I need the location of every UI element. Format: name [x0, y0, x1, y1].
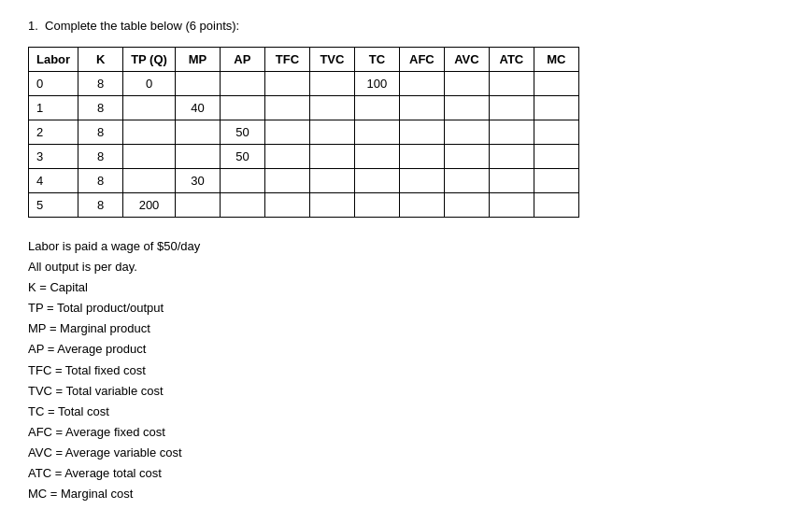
- legend-item: K = Capital: [28, 277, 784, 298]
- column-header-avc: AVC: [444, 48, 489, 72]
- legend-item: ATC = Average total cost: [28, 463, 784, 484]
- table-cell: 0: [29, 72, 78, 96]
- column-header-afc: AFC: [399, 48, 444, 72]
- legend-item: MC = Marginal cost: [28, 484, 784, 504]
- table-row: 080100: [29, 72, 579, 96]
- table-cell: [309, 145, 354, 169]
- table-cell: [309, 193, 354, 218]
- column-header-ap: AP: [220, 48, 264, 72]
- column-header-mc: MC: [534, 48, 578, 72]
- legend-item: AP = Average product: [28, 339, 784, 360]
- table-cell: [354, 193, 399, 218]
- table-row: 4830: [29, 169, 579, 193]
- table-cell: [534, 169, 578, 193]
- table-cell: [534, 96, 578, 120]
- table-cell: [220, 72, 264, 96]
- table-cell: [309, 96, 354, 120]
- table-cell: [264, 72, 309, 96]
- legend-item: Labor is paid a wage of $50/day: [28, 236, 784, 257]
- table-cell: [309, 120, 354, 145]
- table-cell: [123, 120, 176, 145]
- economics-table: LaborKTP (Q)MPAPTFCTVCTCAFCAVCATCMC 0801…: [28, 47, 579, 218]
- table-cell: 8: [78, 169, 123, 193]
- table-cell: [489, 193, 534, 218]
- table-cell: [399, 72, 444, 96]
- question-text: Complete the table below (6 points):: [45, 19, 239, 33]
- table-cell: [220, 193, 264, 218]
- table-cell: 50: [220, 120, 264, 145]
- column-header-atc: ATC: [489, 48, 534, 72]
- legend-item: MP = Marginal product: [28, 318, 784, 339]
- column-header-tvc: TVC: [309, 48, 354, 72]
- table-cell: [534, 193, 578, 218]
- table-row: 58200: [29, 193, 579, 218]
- table-cell: [489, 169, 534, 193]
- table-cell: [489, 72, 534, 96]
- table-cell: [489, 96, 534, 120]
- table-cell: 8: [78, 120, 123, 145]
- column-header-tfc: TFC: [264, 48, 309, 72]
- table-cell: [444, 72, 489, 96]
- legend-item: TC = Total cost: [28, 402, 784, 422]
- table-cell: [175, 193, 220, 218]
- table-cell: [444, 169, 489, 193]
- table-cell: [175, 72, 220, 96]
- table-cell: 4: [29, 169, 78, 193]
- legend-section: Labor is paid a wage of $50/dayAll outpu…: [28, 236, 784, 504]
- table-cell: [354, 96, 399, 120]
- table-cell: [399, 193, 444, 218]
- legend-item: AFC = Average fixed cost: [28, 422, 784, 443]
- table-cell: [444, 193, 489, 218]
- legend-item: All output is per day.: [28, 257, 784, 277]
- table-cell: 100: [354, 72, 399, 96]
- question-number: 1.: [28, 19, 45, 33]
- table-cell: [534, 145, 578, 169]
- table-cell: [534, 72, 578, 96]
- legend-item: TFC = Total fixed cost: [28, 361, 784, 381]
- table-row: 2850: [29, 120, 579, 145]
- table-row: 1840: [29, 96, 579, 120]
- table-cell: [489, 120, 534, 145]
- table-body: 080100184028503850483058200: [29, 72, 579, 218]
- table-cell: 30: [175, 169, 220, 193]
- table-cell: [264, 120, 309, 145]
- table-cell: [175, 145, 220, 169]
- column-header-tc: TC: [354, 48, 399, 72]
- column-header-k: K: [78, 48, 123, 72]
- table-cell: [399, 96, 444, 120]
- table-cell: [444, 145, 489, 169]
- table-cell: [354, 120, 399, 145]
- table-cell: [444, 96, 489, 120]
- table-header-row: LaborKTP (Q)MPAPTFCTVCTCAFCAVCATCMC: [29, 48, 579, 72]
- table-cell: 3: [29, 145, 78, 169]
- table-cell: 8: [78, 96, 123, 120]
- column-header-tp--q-: TP (Q): [123, 48, 176, 72]
- table-cell: 5: [29, 193, 78, 218]
- table-row: 3850: [29, 145, 579, 169]
- table-cell: [309, 169, 354, 193]
- table-cell: 50: [220, 145, 264, 169]
- table-cell: 40: [175, 96, 220, 120]
- table-cell: 8: [78, 145, 123, 169]
- table-cell: [309, 72, 354, 96]
- table-cell: [399, 169, 444, 193]
- table-cell: [175, 120, 220, 145]
- table-cell: [354, 145, 399, 169]
- column-header-labor: Labor: [29, 48, 78, 72]
- table-cell: 8: [78, 193, 123, 218]
- table-cell: [123, 96, 176, 120]
- table-cell: [489, 145, 534, 169]
- table-cell: [220, 169, 264, 193]
- table-cell: 1: [29, 96, 78, 120]
- table-cell: [123, 145, 176, 169]
- table-cell: 2: [29, 120, 78, 145]
- table-cell: [399, 145, 444, 169]
- table-cell: 200: [123, 193, 176, 218]
- table-cell: [264, 145, 309, 169]
- table-cell: [264, 96, 309, 120]
- table-cell: [264, 169, 309, 193]
- legend-item: TP = Total product/output: [28, 298, 784, 318]
- table-cell: [399, 120, 444, 145]
- legend-item: TVC = Total variable cost: [28, 381, 784, 402]
- table-cell: [220, 96, 264, 120]
